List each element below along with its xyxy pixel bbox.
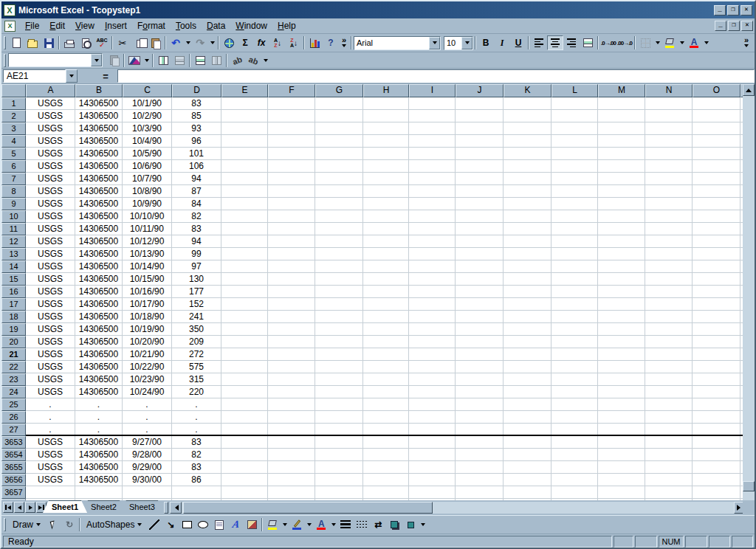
- underline-button[interactable]: U: [510, 35, 526, 50]
- cell-J10[interactable]: [456, 210, 504, 223]
- cell-I23[interactable]: [409, 373, 456, 386]
- cell-G3656[interactable]: [315, 474, 363, 486]
- row-header-13[interactable]: 13: [1, 248, 26, 260]
- cell-E13[interactable]: [221, 248, 268, 260]
- cell-D4[interactable]: 96: [172, 135, 221, 148]
- row-header-19[interactable]: 19: [1, 323, 26, 336]
- italic-button[interactable]: I: [494, 35, 510, 50]
- cell-H7[interactable]: [363, 173, 409, 185]
- next-sheet-button[interactable]: [25, 502, 35, 513]
- menu-format[interactable]: Format: [132, 18, 171, 33]
- cell-C7[interactable]: 10/7/90: [123, 173, 172, 185]
- cell-L5[interactable]: [551, 148, 598, 160]
- cell-F4[interactable]: [268, 135, 315, 148]
- cell-J14[interactable]: [456, 260, 504, 273]
- menu-edit[interactable]: Edit: [44, 18, 70, 33]
- cell-C19[interactable]: 10/19/90: [123, 323, 172, 336]
- cell-H11[interactable]: [363, 223, 409, 235]
- copy-button[interactable]: [131, 35, 147, 50]
- cell-H10[interactable]: [363, 210, 409, 223]
- cell-N3[interactable]: [645, 122, 693, 135]
- cell-I3657[interactable]: [409, 486, 456, 499]
- cell-H6[interactable]: [363, 160, 409, 173]
- cell-D22[interactable]: 575: [172, 361, 221, 373]
- cell-O10[interactable]: [693, 210, 740, 223]
- cell-I19[interactable]: [409, 323, 456, 336]
- paste-function-button[interactable]: fx: [253, 35, 269, 50]
- cell-D3654[interactable]: 82: [172, 449, 221, 461]
- cell-A17[interactable]: USGS: [26, 298, 75, 311]
- cell-D6[interactable]: 106: [172, 160, 221, 173]
- cell-M26[interactable]: [598, 411, 645, 424]
- cell-L8[interactable]: [551, 185, 598, 198]
- column-header-N[interactable]: N: [645, 84, 693, 97]
- cell-K11[interactable]: [504, 223, 551, 235]
- cell-N3653[interactable]: [645, 436, 693, 449]
- cell-O11[interactable]: [693, 223, 740, 235]
- cell-I7[interactable]: [409, 173, 456, 185]
- cell-F5[interactable]: [268, 148, 315, 160]
- name-box[interactable]: AE21: [3, 69, 78, 83]
- cell-H17[interactable]: [363, 298, 409, 311]
- cell-D1[interactable]: 83: [172, 97, 221, 110]
- cell-C3655[interactable]: 9/29/00: [123, 461, 172, 474]
- cell-C3654[interactable]: 9/28/00: [123, 449, 172, 461]
- cell-K26[interactable]: [504, 411, 551, 424]
- cell-O7[interactable]: [693, 173, 740, 185]
- cell-K1[interactable]: [504, 97, 551, 110]
- cell-J27[interactable]: [456, 424, 504, 436]
- column-header-F[interactable]: F: [268, 84, 315, 97]
- cell-B26[interactable]: .: [75, 411, 123, 424]
- cell-C12[interactable]: 10/12/90: [123, 235, 172, 248]
- undo-button[interactable]: ↶: [168, 35, 184, 50]
- cell-J3[interactable]: [456, 122, 504, 135]
- cell-M3653[interactable]: [598, 436, 645, 449]
- cell-N20[interactable]: [645, 336, 693, 348]
- cell-N1[interactable]: [645, 97, 693, 110]
- cell-L27[interactable]: [551, 424, 598, 436]
- cell-M15[interactable]: [598, 273, 645, 286]
- cell-B10[interactable]: 14306500: [75, 210, 123, 223]
- cell-I11[interactable]: [409, 223, 456, 235]
- cell-K8[interactable]: [504, 185, 551, 198]
- cell-C3656[interactable]: 9/30/00: [123, 474, 172, 486]
- cell-K3[interactable]: [504, 122, 551, 135]
- cell-K17[interactable]: [504, 298, 551, 311]
- cell-I6[interactable]: [409, 160, 456, 173]
- cell-N19[interactable]: [645, 323, 693, 336]
- cell-M3654[interactable]: [598, 449, 645, 461]
- cell-C8[interactable]: 10/8/90: [123, 185, 172, 198]
- cell-G10[interactable]: [315, 210, 363, 223]
- cell-N25[interactable]: [645, 398, 693, 411]
- row-header-6[interactable]: 6: [1, 160, 26, 173]
- sheet-tab-sheet1[interactable]: Sheet1: [43, 500, 87, 513]
- dash-style-button[interactable]: [354, 517, 370, 532]
- cell-H16[interactable]: [363, 286, 409, 298]
- cell-F3654[interactable]: [268, 449, 315, 461]
- cell-K7[interactable]: [504, 173, 551, 185]
- cell-E15[interactable]: [221, 273, 268, 286]
- cell-A15[interactable]: USGS: [26, 273, 75, 286]
- bold-button[interactable]: B: [478, 35, 494, 50]
- cell-O23[interactable]: [693, 373, 740, 386]
- cell-O24[interactable]: [693, 386, 740, 398]
- cell-E19[interactable]: [221, 323, 268, 336]
- cell-G2[interactable]: [315, 110, 363, 122]
- cell-B24[interactable]: 14306500: [75, 386, 123, 398]
- column-header-L[interactable]: L: [551, 84, 598, 97]
- cell-M18[interactable]: [598, 311, 645, 323]
- cell-O3656[interactable]: [693, 474, 740, 486]
- cell-J9[interactable]: [456, 198, 504, 210]
- new-button[interactable]: [8, 35, 24, 50]
- row-header-11[interactable]: 11: [1, 223, 26, 235]
- legend-button[interactable]: [155, 53, 171, 68]
- menu-insert[interactable]: Insert: [100, 18, 132, 33]
- cell-J26[interactable]: [456, 411, 504, 424]
- cell-E7[interactable]: [221, 173, 268, 185]
- cell-J17[interactable]: [456, 298, 504, 311]
- cell-F16[interactable]: [268, 286, 315, 298]
- line-color-button[interactable]: [289, 517, 305, 532]
- cell-N9[interactable]: [645, 198, 693, 210]
- row-header-3[interactable]: 3: [1, 122, 26, 135]
- previous-sheet-button[interactable]: [14, 502, 24, 513]
